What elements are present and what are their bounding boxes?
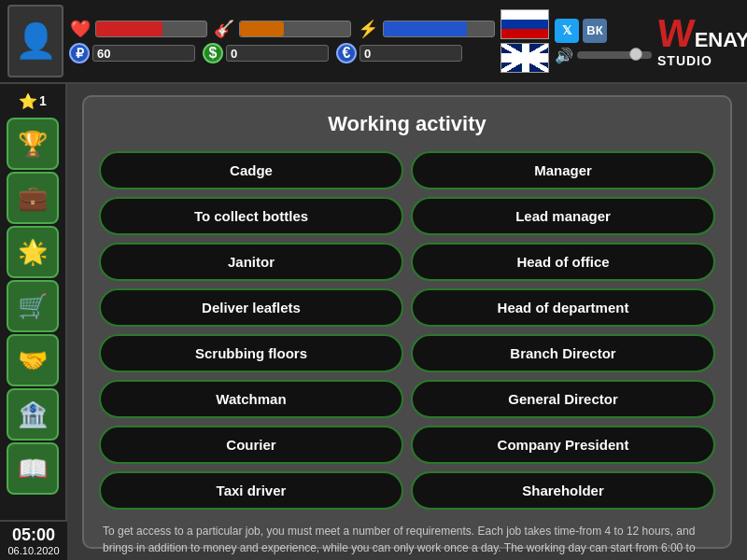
health-bar-bg	[95, 21, 207, 37]
job-button-watchman[interactable]: Watchman	[99, 380, 403, 418]
sidebar: ⭐ 1 🏆 💼 🌟 🛒 🤝 🏦 📖	[0, 84, 67, 560]
working-activity-panel: Working activity CadgeManagerTo collect …	[82, 95, 732, 549]
sidebar-item-achievements[interactable]: 🏆	[7, 118, 59, 170]
job-button-general-director[interactable]: General Director	[411, 380, 715, 418]
star-icon: ⭐	[19, 92, 37, 110]
currency-row: ₽ 60 $ 0 € 0	[69, 43, 495, 63]
job-button-janitor[interactable]: Janitor	[99, 243, 403, 281]
player-icon: 👤	[15, 21, 57, 61]
russian-flag[interactable]	[500, 9, 549, 39]
euro-value: 0	[364, 47, 371, 61]
health-bar-fill	[96, 21, 162, 36]
sidebar-item-bank[interactable]: 🏦	[7, 388, 59, 441]
sound-row: 🔊	[555, 47, 652, 64]
job-button-taxi-driver[interactable]: Taxi driver	[99, 471, 403, 510]
rub-value: 60	[97, 47, 110, 61]
star-badge: ⭐ 1	[8, 88, 57, 114]
sidebar-item-deals[interactable]: 🤝	[7, 334, 59, 386]
dollar-value: 0	[231, 47, 237, 61]
health-icon: ❤️	[69, 19, 92, 39]
panel-title: Working activity	[99, 112, 715, 136]
rub-symbol: ₽	[69, 43, 90, 63]
job-button-manager[interactable]: Manager	[411, 151, 715, 189]
star-count: 1	[39, 93, 47, 108]
energy-bar-bg	[383, 21, 495, 37]
dollar-item: $ 0	[203, 43, 329, 63]
sidebar-item-book[interactable]: 📖	[7, 442, 59, 495]
job-button-lead-manager[interactable]: Lead manager	[411, 197, 715, 235]
volume-bar[interactable]	[577, 51, 652, 59]
health-bar-container: ❤️	[69, 19, 207, 39]
date-display: 06.10.2020	[4, 545, 63, 556]
rub-bar: 60	[92, 45, 195, 62]
topbar: 👤 ❤️ 🎸 ⚡	[0, 0, 747, 84]
content-area: Working activity CadgeManagerTo collect …	[67, 84, 747, 560]
time-display: 05:00	[4, 525, 63, 545]
dollar-bar: 0	[226, 45, 329, 62]
job-button-courier[interactable]: Courier	[99, 426, 403, 464]
job-button-cadge[interactable]: Cadge	[99, 151, 403, 189]
flag-block[interactable]	[500, 9, 549, 73]
main-area: ⭐ 1 🏆 💼 🌟 🛒 🤝 🏦 📖 Working activity Cadge…	[0, 84, 747, 560]
energy-bar-container: ⚡	[357, 19, 495, 39]
sound-icon[interactable]: 🔊	[555, 47, 573, 64]
logo-w: W	[655, 14, 696, 53]
avatar: 👤	[7, 5, 63, 77]
energy-icon: ⚡	[357, 19, 379, 39]
logo-name: ENAY	[695, 28, 747, 52]
uk-flag[interactable]	[500, 43, 549, 73]
job-button-branch-director[interactable]: Branch Director	[411, 334, 715, 372]
job-button-head-of-office[interactable]: Head of office	[411, 243, 715, 281]
social-icons: 𝕏 ВК	[555, 19, 652, 43]
job-button-shareholder[interactable]: Shareholder	[411, 471, 715, 510]
dollar-symbol: $	[203, 43, 223, 63]
food-bar-bg	[239, 21, 351, 37]
food-bar-fill	[240, 21, 284, 36]
sidebar-item-shop[interactable]: 🛒	[7, 280, 59, 332]
twitter-button[interactable]: 𝕏	[555, 19, 579, 43]
rub-item: ₽ 60	[69, 43, 195, 63]
datetime-bar: 05:00 06.10.2020	[0, 520, 67, 560]
food-bar-container: 🎸	[213, 19, 351, 39]
job-button-head-of-department[interactable]: Head of department	[411, 288, 715, 327]
vk-button[interactable]: ВК	[583, 19, 607, 43]
logo-studio: STUDIO	[657, 53, 712, 68]
job-button-company-president[interactable]: Company President	[411, 426, 715, 464]
bars-row: ❤️ 🎸 ⚡	[69, 19, 495, 39]
info-text: To get access to a particular job, you m…	[99, 523, 715, 560]
euro-bar: 0	[359, 45, 462, 62]
logo-block: W ENAY STUDIO	[657, 14, 747, 68]
stats-block: ❤️ 🎸 ⚡ ₽ 60	[69, 19, 495, 63]
euro-symbol: €	[336, 43, 357, 63]
volume-knob[interactable]	[629, 48, 642, 61]
job-button-deliver-leaflets[interactable]: Deliver leaflets	[99, 288, 403, 327]
sidebar-item-skills[interactable]: 🌟	[7, 226, 59, 278]
euro-item: € 0	[336, 43, 462, 63]
jobs-grid: CadgeManagerTo collect bottlesLead manag…	[99, 151, 715, 510]
food-icon: 🎸	[213, 19, 235, 39]
job-button-to-collect-bottles[interactable]: To collect bottles	[99, 197, 403, 235]
job-button-scrubbing-floors[interactable]: Scrubbing floors	[99, 334, 403, 372]
social-block: 𝕏 ВК 🔊	[555, 19, 652, 64]
sidebar-item-inventory[interactable]: 💼	[7, 172, 59, 224]
energy-bar-fill	[384, 21, 467, 36]
